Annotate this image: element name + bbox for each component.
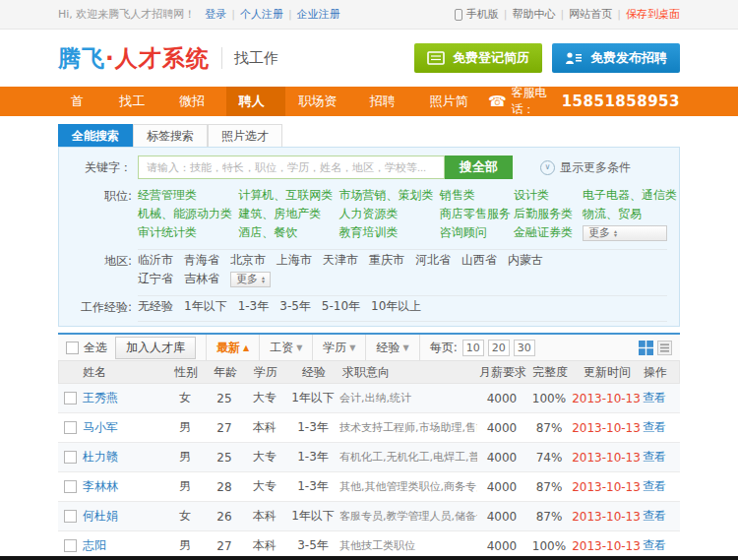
position-link-14[interactable]: 教育培训类 xyxy=(338,225,439,241)
auth-link-0[interactable]: 登录 xyxy=(205,8,226,21)
row-checkbox[interactable] xyxy=(64,510,77,523)
row-checkbox[interactable] xyxy=(64,480,77,493)
view-resume-link[interactable]: 查看 xyxy=(641,390,668,406)
row-checkbox[interactable] xyxy=(64,539,77,552)
resume-name-link[interactable]: 志阳 xyxy=(83,537,106,554)
tab-0[interactable]: 全能搜索 xyxy=(58,124,133,147)
nav-item-2[interactable]: 微招聘 xyxy=(166,87,226,116)
position-link-7[interactable]: 建筑、房地产类 xyxy=(238,207,338,220)
region-link-3[interactable]: 上海市 xyxy=(277,253,312,267)
position-link-2[interactable]: 市场营销、策划类 xyxy=(338,188,439,202)
nav-item-6[interactable]: 照片简历 xyxy=(417,87,488,116)
position-link-6[interactable]: 机械、能源动力类 xyxy=(138,207,238,220)
nav-item-4[interactable]: 职场资讯 xyxy=(285,87,356,116)
sort-1[interactable]: 工资▼ xyxy=(260,335,313,360)
sort-2[interactable]: 学历▼ xyxy=(313,335,366,360)
region-link2-1[interactable]: 吉林省 xyxy=(184,272,219,287)
per-page-option-0[interactable]: 10 xyxy=(462,340,484,356)
position-link-9[interactable]: 商店零售服务 xyxy=(440,207,514,220)
resume-name-link[interactable]: 王秀燕 xyxy=(83,390,118,406)
position-link-13[interactable]: 酒店、餐饮 xyxy=(238,225,338,241)
region-link-1[interactable]: 青海省 xyxy=(184,253,219,267)
position-link-15[interactable]: 咨询顾问 xyxy=(440,225,514,241)
nav-item-3[interactable]: 聘人才 xyxy=(226,87,286,116)
utility-link-0[interactable]: 手机版 xyxy=(466,7,499,22)
row-checkbox[interactable] xyxy=(64,392,77,404)
position-link-3[interactable]: 销售类 xyxy=(440,188,514,202)
position-link-4[interactable]: 设计类 xyxy=(514,188,583,202)
resume-name-link[interactable]: 李林林 xyxy=(83,478,118,495)
position-more-button[interactable]: 更多 xyxy=(583,225,667,241)
search-all-button[interactable]: 搜全部 xyxy=(445,156,513,179)
row-checkbox[interactable] xyxy=(64,451,77,464)
region-link-5[interactable]: 重庆市 xyxy=(369,253,404,267)
position-link-10[interactable]: 后勤服务类 xyxy=(514,207,583,220)
updown-arrows-icon xyxy=(262,276,265,283)
region-link-7[interactable]: 山西省 xyxy=(461,253,497,267)
sort-3[interactable]: 经验▼ xyxy=(366,335,419,360)
post-job-button[interactable]: 免费发布招聘 xyxy=(552,43,680,73)
list-view-icon[interactable] xyxy=(657,341,672,355)
region-more-button[interactable]: 更多 xyxy=(230,272,271,287)
region-link2-0[interactable]: 辽宁省 xyxy=(138,272,173,287)
select-all-checkbox[interactable] xyxy=(66,342,79,354)
save-to-desktop-link[interactable]: 保存到桌面 xyxy=(626,7,680,22)
nav-item-1[interactable]: 找工作 xyxy=(106,87,166,116)
experience-link-3[interactable]: 3-5年 xyxy=(279,299,311,313)
column-header-2: 年龄 xyxy=(207,364,244,381)
resume-name-link[interactable]: 马小军 xyxy=(83,419,118,436)
experience-link-5[interactable]: 10年以上 xyxy=(371,299,421,313)
nav-item-0[interactable]: 首页 xyxy=(58,87,106,116)
view-resume-link[interactable]: 查看 xyxy=(641,537,668,554)
position-link-11[interactable]: 物流、贸易 xyxy=(583,207,667,220)
resume-name-link[interactable]: 杜力赣 xyxy=(83,449,118,466)
utility-link-1[interactable]: 帮助中心 xyxy=(513,7,556,22)
view-resume-link[interactable]: 查看 xyxy=(641,419,668,436)
table-row: 李林林男28大专1-3年其他,其他管理类职位,商务专员/...400087%20… xyxy=(58,472,680,502)
region-link-2[interactable]: 北京市 xyxy=(230,253,266,267)
register-resume-button[interactable]: 免费登记简历 xyxy=(414,43,542,73)
position-link-1[interactable]: 计算机、互联网类 xyxy=(238,188,338,202)
row-checkbox[interactable] xyxy=(64,421,77,434)
grid-view-icon[interactable] xyxy=(639,341,653,355)
region-link-6[interactable]: 河北省 xyxy=(415,253,451,267)
tab-2[interactable]: 照片选才 xyxy=(208,124,282,147)
column-header-9: 操作 xyxy=(642,364,669,381)
show-more-toggle[interactable]: 显示更多条件 xyxy=(540,159,631,176)
keyword-input[interactable] xyxy=(138,156,445,179)
position-link-8[interactable]: 人力资源类 xyxy=(338,207,439,220)
view-resume-link[interactable]: 查看 xyxy=(641,508,668,525)
resume-name-link[interactable]: 何杜娟 xyxy=(83,508,118,525)
cell-salary: 4000 xyxy=(477,421,526,435)
cell-job-intent: 其他,其他管理类职位,商务专员/... xyxy=(339,479,477,494)
region-link-4[interactable]: 天津市 xyxy=(323,253,358,267)
experience-link-0[interactable]: 无经验 xyxy=(138,299,173,313)
experience-link-4[interactable]: 5-10年 xyxy=(322,299,360,313)
utility-link-2[interactable]: 网站首页 xyxy=(569,7,612,22)
region-link-0[interactable]: 临沂市 xyxy=(138,253,173,267)
region-link-8[interactable]: 内蒙古 xyxy=(508,253,543,267)
per-page-option-2[interactable]: 30 xyxy=(514,340,535,356)
logo[interactable]: 腾飞·人才系统 xyxy=(58,43,210,74)
position-link-5[interactable]: 电子电器、通信类 xyxy=(583,188,667,202)
column-header-4: 经验 xyxy=(287,364,340,381)
auth-link-2[interactable]: 企业注册 xyxy=(297,8,340,21)
position-link-12[interactable]: 审计统计类 xyxy=(138,225,238,241)
sort-0[interactable]: 最新▲ xyxy=(207,335,260,360)
cell-experience: 1-3年 xyxy=(286,478,339,495)
per-page-option-1[interactable]: 20 xyxy=(488,340,510,356)
experience-link-1[interactable]: 1年以下 xyxy=(184,299,227,313)
view-resume-link[interactable]: 查看 xyxy=(641,449,668,466)
experience-link-2[interactable]: 1-3年 xyxy=(238,299,270,313)
table-body: 王秀燕女25大专1年以下会计,出纳,统计4000100%2013-10-13查看… xyxy=(58,384,680,560)
results-toolbar: 全选 加入人才库 最新▲工资▼学历▼经验▼ 每页: 102030 xyxy=(58,333,680,361)
cell-age: 25 xyxy=(206,451,243,465)
logo-divider xyxy=(221,47,222,69)
position-link-0[interactable]: 经营管理类 xyxy=(138,188,238,202)
nav-item-5[interactable]: 招聘会 xyxy=(357,87,417,116)
add-to-talent-pool-button[interactable]: 加入人才库 xyxy=(115,337,196,359)
position-link-16[interactable]: 金融证券类 xyxy=(514,225,583,241)
view-resume-link[interactable]: 查看 xyxy=(641,478,668,495)
auth-link-1[interactable]: 个人注册 xyxy=(240,8,283,21)
tab-1[interactable]: 标签搜索 xyxy=(133,124,208,147)
